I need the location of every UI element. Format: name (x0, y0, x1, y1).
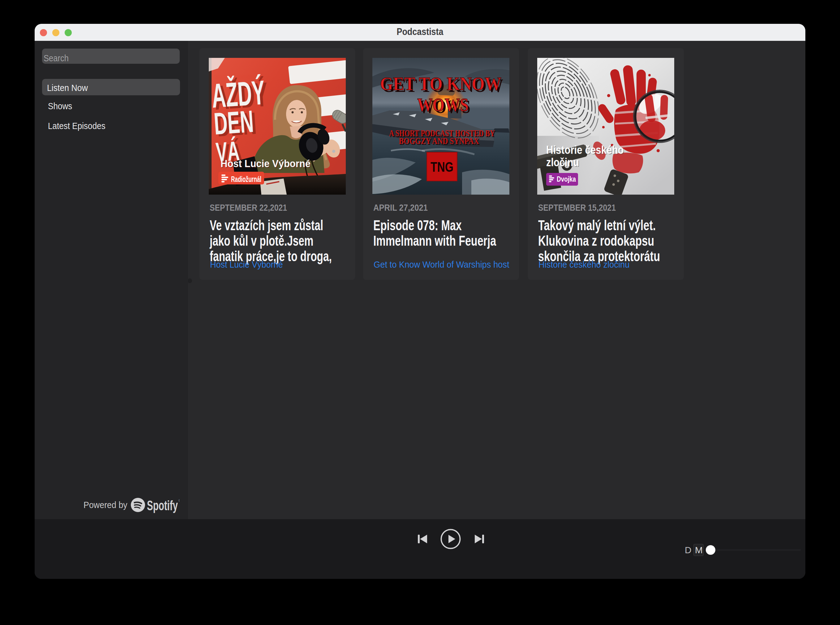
svg-text:Historie českého: Historie českého (546, 143, 624, 156)
svg-text:BOGGZY AND SYNPAX: BOGGZY AND SYNPAX (399, 135, 479, 146)
svg-text:Spotify: Spotify (147, 498, 178, 513)
svg-text:WOWS: WOWS (417, 94, 469, 115)
svg-text:GET TO KNOW: GET TO KNOW (380, 73, 502, 94)
svg-text:TNG: TNG (430, 159, 453, 174)
svg-text:zločinu: zločinu (546, 156, 579, 169)
svg-text:Radiožurnál: Radiožurnál (231, 175, 261, 183)
svg-text:Host Lucie Výborné: Host Lucie Výborné (220, 157, 311, 169)
svg-text:®: ® (179, 498, 179, 503)
svg-text:Dvojka: Dvojka (557, 175, 576, 183)
